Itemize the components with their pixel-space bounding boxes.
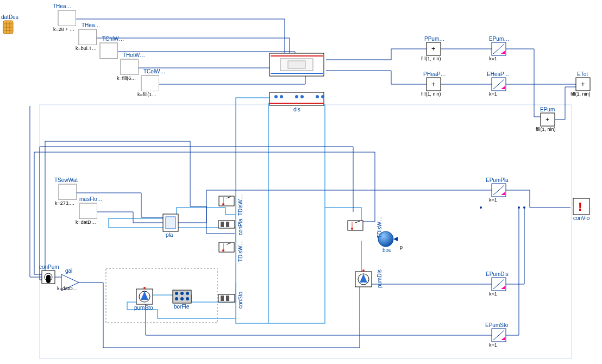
lbl-conSto: conSto [237, 292, 243, 309]
sub-PHeaP: fill(1, nin) [421, 91, 441, 97]
lbl-bou: bou [382, 247, 392, 253]
sub-THea: k=28 + … [53, 27, 74, 32]
block-PHeaP[interactable] [427, 78, 441, 91]
lbl-THotW: THotW… [123, 52, 149, 58]
svg-point-17 [480, 206, 482, 209]
block-bou[interactable] [378, 231, 393, 247]
svg-rect-41 [348, 221, 363, 230]
block-gai[interactable] [61, 274, 79, 291]
block-borFie[interactable] [173, 290, 191, 303]
sub-masFlo: k=datD… [76, 219, 96, 225]
lbl-PHeaP: PHeaP… [423, 71, 446, 77]
svg-rect-37 [219, 242, 234, 252]
block-EPumSum[interactable] [541, 113, 555, 126]
svg-point-16 [518, 206, 520, 209]
sub-PPum: fill(1, nin) [421, 56, 441, 61]
sub-ki2: k=1 [489, 91, 497, 97]
const-masFlo[interactable] [79, 203, 97, 219]
sub-TColW: k=fill(1… [137, 92, 156, 97]
svg-rect-50 [226, 296, 229, 301]
sub-THea2: k=bui.T… [76, 46, 97, 51]
const-TColW[interactable] [141, 75, 159, 91]
svg-rect-49 [221, 296, 224, 301]
lbl-conVio: conVio [573, 215, 590, 221]
block-conPum[interactable] [42, 271, 55, 284]
sub-ETot: fill(1, nin) [570, 91, 591, 97]
lbl-EPumDis: EPumDis [486, 271, 509, 277]
svg-point-15 [523, 206, 525, 209]
const-THotW[interactable] [120, 59, 139, 75]
const-TSewWat[interactable] [58, 184, 77, 200]
lbl-TColW: TColW… [143, 68, 170, 74]
block-pumSto[interactable] [136, 289, 153, 304]
block-pla[interactable] [163, 214, 178, 231]
lbl-borFie: borFie [174, 304, 189, 310]
block-EHeaPInt[interactable] [492, 78, 506, 91]
lbl-TDisW2: TDisW… [237, 240, 243, 262]
lbl-EHeaP: EHeaP… [487, 71, 510, 77]
svg-text:p: p [400, 244, 403, 250]
block-conVio[interactable] [573, 198, 590, 215]
sub-ki1: k=1 [489, 56, 497, 61]
sub-ki3: k=1 [489, 197, 497, 203]
lbl-EPumPla: EPumPla [486, 177, 509, 183]
lbl-pumDis: pumDis [377, 269, 382, 288]
lbl-conPum: conPum [39, 264, 59, 270]
svg-rect-33 [219, 196, 234, 206]
lbl-datDes: datDes [1, 14, 18, 20]
lbl-THea2: THea… [81, 22, 104, 28]
const-THea2[interactable] [78, 29, 97, 45]
lbl-dis: dis [293, 106, 300, 112]
block-EPumPla[interactable] [492, 184, 506, 197]
sub-ki5: k=1 [489, 342, 497, 348]
lbl-TSewWat: TSewWat [54, 177, 84, 183]
lbl-TDisW1: TDisW… [237, 194, 243, 216]
lbl-pumSto: pumSto [134, 305, 153, 311]
lbl-TChiW: TChiW… [102, 36, 128, 42]
lbl-EPumSto: EPumSto [485, 322, 508, 328]
svg-rect-46 [221, 222, 224, 227]
chip-datDes[interactable] [3, 21, 13, 34]
lbl-ETot: ETot [577, 71, 588, 77]
svg-point-35 [222, 203, 224, 205]
svg-point-39 [222, 249, 224, 252]
const-TChiW[interactable] [99, 42, 118, 59]
block-pumDis[interactable] [355, 272, 372, 287]
lbl-EPum2: EPum [540, 106, 555, 112]
block-EPumSto[interactable] [492, 329, 506, 342]
const-THea[interactable] [58, 10, 76, 26]
block-EPumDis[interactable] [492, 278, 506, 291]
block-dis[interactable] [269, 53, 324, 105]
sub-THotW: k=fill(6… [117, 76, 136, 81]
sub-ki4: k=1 [489, 291, 497, 297]
lbl-EPum: EPum… [489, 36, 509, 42]
lbl-masFlo: masFlo… [79, 196, 109, 202]
lbl-THea: THea… [53, 3, 76, 9]
sub-TSewWat: k=273.… [55, 200, 74, 206]
block-PPum[interactable] [427, 42, 441, 55]
block-EPumInt[interactable] [492, 42, 506, 55]
svg-point-43 [351, 228, 353, 230]
lbl-gai: gai [65, 268, 72, 274]
lbl-conPla: conPla [237, 218, 243, 235]
lbl-PPum: PPum… [424, 36, 444, 42]
block-ETot[interactable] [576, 78, 590, 91]
lbl-pla: pla [166, 232, 173, 238]
sub-EPum2: fill(1, nin) [536, 127, 556, 132]
svg-rect-47 [226, 222, 229, 227]
